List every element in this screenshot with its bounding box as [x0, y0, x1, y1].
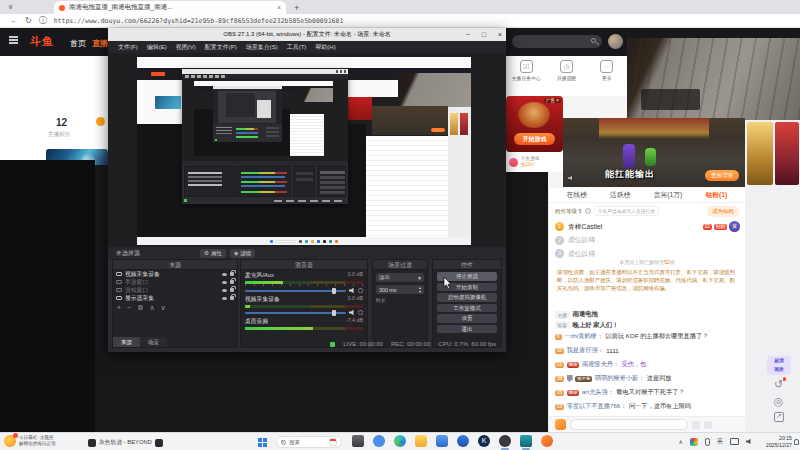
app-icon-blue[interactable] [373, 435, 385, 447]
taskbar-clock[interactable]: 20:15 2025/12/27 [766, 435, 792, 450]
menu-burger-icon[interactable] [9, 39, 18, 41]
browser-tab[interactable]: 南通电拖直播_南通电拖直播_南通... × [54, 1, 286, 14]
history-icon[interactable]: ↺ [772, 378, 785, 391]
help-icon[interactable]: ? [585, 208, 591, 214]
remove-source-icon[interactable]: − [127, 304, 131, 312]
tab-vip[interactable]: 贵宾(1万) [654, 190, 683, 200]
task-view-icon[interactable] [352, 435, 364, 447]
transition-duration-input[interactable]: 300 ms▴▾ [376, 285, 424, 294]
nav-home[interactable]: 首页 [70, 38, 86, 49]
start-game-button[interactable]: 开始游戏 [514, 133, 555, 145]
source-settings-icon[interactable]: ⚙ [137, 304, 143, 312]
chat-input-field[interactable] [570, 419, 688, 430]
tray-security-icon[interactable] [690, 438, 698, 446]
tray-mic-icon[interactable] [705, 438, 710, 446]
app-icon-orange[interactable] [541, 435, 553, 447]
visibility-eye-icon[interactable] [222, 289, 227, 292]
volume-slider[interactable] [245, 290, 346, 292]
event-banner-red[interactable] [775, 122, 799, 185]
menu-profile[interactable]: 配置文件(P) [205, 43, 237, 52]
rank-row-1[interactable]: 1 青棒Castiel 22 钻粉 ♛ [555, 220, 740, 233]
quality-selector-button[interactable]: 超清 画质 [767, 356, 791, 375]
menu-view[interactable]: 视图(V) [176, 43, 196, 52]
quick-broadcast-reminder[interactable]: ◷ 开播提醒 [548, 60, 584, 96]
notification-icon[interactable] [794, 439, 799, 445]
douyu-logo[interactable]: 斗鱼 [30, 34, 54, 49]
mixer-gear-icon[interactable] [358, 310, 363, 315]
event-banner-gold[interactable] [747, 122, 773, 185]
expand-icon[interactable] [774, 412, 784, 422]
visibility-eye-icon[interactable] [222, 273, 227, 276]
chat-settings-icon[interactable] [704, 421, 712, 429]
mixer-header[interactable]: 混音器 [241, 260, 367, 270]
volume-slider[interactable] [245, 312, 346, 314]
settings-icon[interactable]: ◎ [772, 395, 785, 408]
page-info-icon[interactable]: ⓘ [39, 15, 47, 26]
navbar-search-input[interactable] [512, 35, 602, 48]
tab-online-rank[interactable]: 在线榜 [567, 190, 587, 200]
minimize-icon[interactable]: − [466, 31, 470, 38]
store-icon[interactable] [436, 435, 448, 447]
lock-icon[interactable] [230, 288, 234, 292]
reload-icon[interactable]: ↻ [25, 16, 32, 25]
taskbar-weather-widget[interactable]: 今日最旺: 水瓶座 解锁你的每日运势 [4, 435, 56, 447]
new-tab-button[interactable]: + [294, 3, 299, 13]
douyu-game-row[interactable]: 斗鱼游戏 鱼10个 [506, 152, 563, 172]
music-close-icon[interactable] [155, 439, 163, 447]
virtual-camera-button[interactable]: 启动虚拟摄像机 [437, 293, 497, 302]
app-icon-k[interactable]: K [478, 435, 490, 447]
tab-active-rank[interactable]: 活跃榜 [610, 190, 630, 200]
studio-mode-button[interactable]: 工作室模式 [437, 304, 497, 313]
add-source-icon[interactable]: + [117, 304, 121, 312]
transition-select[interactable]: 淡出▾ [376, 273, 424, 282]
controls-header[interactable]: 控件 [433, 260, 501, 270]
ad-detail-button[interactable]: 查看详情 [705, 170, 739, 181]
settings-button[interactable]: 设置 [437, 314, 497, 323]
lock-icon[interactable] [230, 280, 234, 284]
menu-help[interactable]: 帮助(H) [315, 43, 335, 52]
taskbar-search[interactable]: 搜索 [276, 436, 342, 448]
emoji-icon[interactable] [692, 421, 700, 429]
lock-icon[interactable] [230, 272, 234, 276]
menu-edit[interactable]: 编辑(E) [147, 43, 167, 52]
speaker-icon[interactable] [349, 288, 355, 294]
tab-close-icon[interactable]: × [277, 4, 281, 11]
join-fans-button[interactable]: 成为钻粉 [707, 206, 739, 217]
visibility-eye-icon[interactable] [222, 281, 227, 284]
url-text[interactable]: https://www.douyu.com/66226?dyshid=21e95… [54, 17, 344, 25]
speaker-icon[interactable] [349, 310, 355, 316]
ad-tag-close[interactable]: 广告 × [544, 98, 561, 103]
menu-tools[interactable]: 工具(T) [287, 43, 307, 52]
filters-button[interactable]: ◈ 滤镜 [230, 249, 255, 258]
edge-browser-icon[interactable] [394, 435, 406, 447]
sources-header[interactable]: 来源 [113, 260, 237, 270]
user-avatar[interactable] [608, 34, 623, 49]
tray-display-icon[interactable] [730, 438, 739, 445]
live-webcam-video[interactable] [627, 38, 800, 120]
menu-scene-collection[interactable]: 场景集合(S) [246, 43, 278, 52]
tray-speaker-icon[interactable] [746, 439, 752, 445]
obs-titlebar[interactable]: OBS 27.1.3 (64-bit, windows) - 配置文件: 未命名… [108, 28, 506, 41]
tab-search-chevron-icon[interactable]: ∨ [8, 3, 13, 11]
outlook-icon[interactable] [457, 435, 469, 447]
capture-app-icon[interactable] [520, 435, 532, 447]
file-explorer-icon[interactable] [415, 435, 427, 447]
obs-taskbar-icon[interactable] [499, 435, 511, 447]
move-up-icon[interactable]: ∧ [149, 304, 154, 312]
close-icon[interactable]: × [498, 31, 502, 38]
move-down-icon[interactable]: ∨ [161, 304, 166, 312]
start-button[interactable] [258, 438, 267, 447]
quick-more[interactable]: ⋯ 更多 [589, 60, 625, 96]
game-ad-card[interactable]: 广告 × 开始游戏 [506, 96, 563, 152]
source-item[interactable]: 显示器采集 [113, 294, 237, 302]
transitions-header[interactable]: 场景过渡 [373, 260, 427, 270]
tray-chevron-icon[interactable]: ∧ [679, 438, 683, 445]
tab-diamond-fans[interactable]: 钻粉(1) [705, 190, 727, 200]
maximize-icon[interactable]: □ [482, 31, 486, 38]
quick-task-center[interactable]: ☑ 主播任务中心 [508, 60, 544, 96]
menu-file[interactable]: 文件(F) [118, 43, 138, 52]
lock-icon[interactable] [230, 296, 234, 300]
mixer-gear-icon[interactable] [358, 288, 363, 293]
visibility-eye-icon[interactable] [222, 297, 227, 300]
properties-button[interactable]: ⚙ 属性 [200, 249, 226, 258]
